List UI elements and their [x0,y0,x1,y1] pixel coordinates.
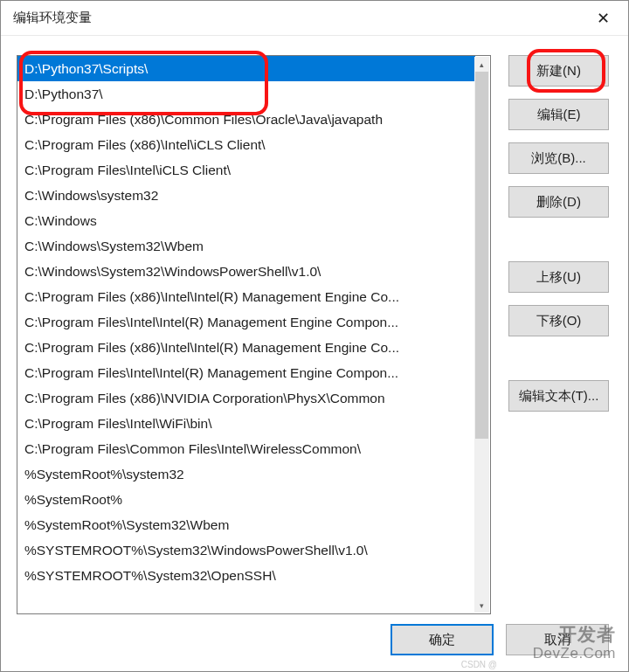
list-item[interactable]: C:\Program Files\Intel\iCLS Client\ [17,157,475,183]
scrollbar[interactable]: ▴ ▾ [474,57,489,613]
list-item[interactable]: C:\Windows [17,208,475,233]
list-item[interactable]: C:\Windows\system32 [17,183,475,208]
list-item[interactable]: %SYSTEMROOT%\System32\WindowsPowerShell\… [17,537,475,563]
delete-button[interactable]: 删除(D) [508,186,609,218]
list-item[interactable]: C:\Program Files (x86)\Intel\Intel(R) Ma… [17,335,475,360]
list-item[interactable]: %SystemRoot%\system32 [17,461,475,487]
move-down-button[interactable]: 下移(O) [508,305,609,336]
list-item[interactable]: C:\Windows\System32\Wbem [17,233,475,259]
list-item[interactable]: D:\Python37\Scripts\ [17,56,475,81]
button-column: 新建(N) 编辑(E) 浏览(B)... 删除(D) 上移(U) 下移(O) 编… [508,55,609,671]
window-title: 编辑环境变量 [13,10,92,26]
scroll-up-icon[interactable]: ▴ [474,57,489,72]
list-item[interactable]: C:\Program Files\Intel\WiFi\bin\ [17,411,475,436]
list-item[interactable]: %SystemRoot%\System32\Wbem [17,512,475,537]
list-item[interactable]: C:\Program Files (x86)\Intel\iCLS Client… [17,132,475,157]
close-icon[interactable]: ✕ [588,9,618,28]
titlebar: 编辑环境变量 ✕ [1,1,628,36]
list-item[interactable]: %SYSTEMROOT%\System32\OpenSSH\ [17,563,475,588]
edit-button[interactable]: 编辑(E) [508,99,609,130]
dialog-window: 编辑环境变量 ✕ D:\Python37\Scripts\D:\Python37… [0,0,629,672]
new-button[interactable]: 新建(N) [508,55,609,87]
list-item[interactable]: C:\Program Files (x86)\NVIDIA Corporatio… [17,385,475,411]
list-item[interactable]: C:\Program Files\Intel\Intel(R) Manageme… [17,360,475,385]
content-area: D:\Python37\Scripts\D:\Python37\C:\Progr… [1,36,628,671]
list-item[interactable]: D:\Python37\ [17,81,475,107]
cancel-button[interactable]: 取消 [506,624,609,655]
list-item[interactable]: C:\Program Files (x86)\Intel\Intel(R) Ma… [17,284,475,309]
path-listbox[interactable]: D:\Python37\Scripts\D:\Python37\C:\Progr… [17,55,491,614]
scroll-down-icon[interactable]: ▾ [474,598,489,613]
list-item[interactable]: C:\Program Files (x86)\Common Files\Orac… [17,107,475,132]
browse-button[interactable]: 浏览(B)... [508,142,609,174]
edit-text-button[interactable]: 编辑文本(T)... [508,380,609,412]
scroll-thumb[interactable] [475,72,488,439]
path-list-wrapper: D:\Python37\Scripts\D:\Python37\C:\Progr… [17,55,493,671]
list-item[interactable]: %SystemRoot% [17,487,475,512]
move-up-button[interactable]: 上移(U) [508,261,609,293]
list-item[interactable]: C:\Program Files\Common Files\Intel\Wire… [17,436,475,461]
list-item[interactable]: C:\Program Files\Intel\Intel(R) Manageme… [17,309,475,335]
ok-button[interactable]: 确定 [391,624,494,655]
footer-buttons: 确定 取消 [391,624,609,655]
list-item[interactable]: C:\Windows\System32\WindowsPowerShell\v1… [17,259,475,284]
